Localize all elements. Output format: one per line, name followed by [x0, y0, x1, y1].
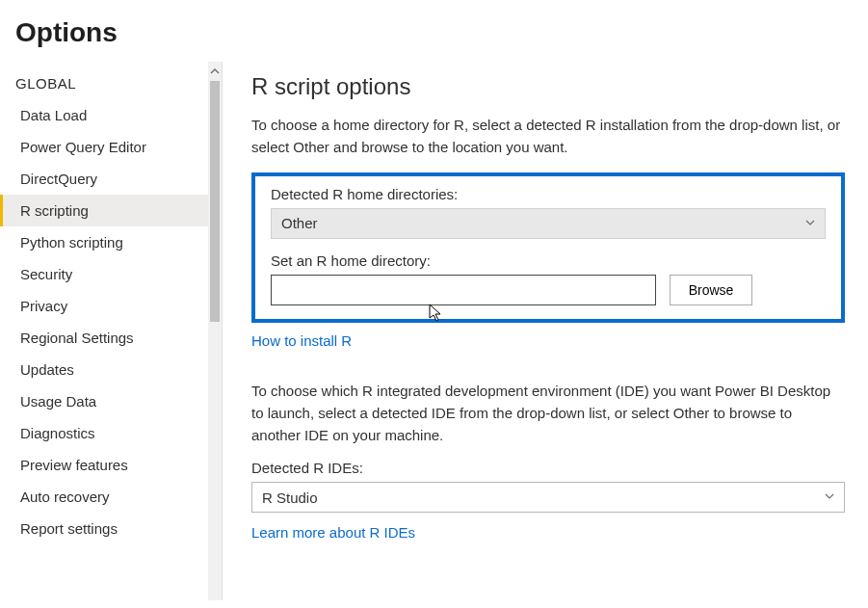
detected-ides-dropdown[interactable]: R Studio — [251, 482, 845, 513]
ide-description: To choose which R integrated development… — [251, 380, 845, 447]
detected-dirs-dropdown[interactable]: Other — [271, 208, 826, 239]
nav-item-python-scripting[interactable]: Python scripting — [0, 226, 208, 258]
nav-item-preview-features[interactable]: Preview features — [0, 449, 208, 481]
detected-dirs-value: Other — [281, 215, 318, 231]
nav-item-auto-recovery[interactable]: Auto recovery — [0, 481, 208, 513]
learn-more-r-ides-link[interactable]: Learn more about R IDEs — [251, 524, 415, 541]
detected-ides-value: R Studio — [262, 489, 318, 506]
sidebar-section-label: GLOBAL — [0, 62, 208, 99]
nav-item-usage-data[interactable]: Usage Data — [0, 385, 208, 417]
nav-item-regional-settings[interactable]: Regional Settings — [0, 322, 208, 354]
nav-item-updates[interactable]: Updates — [0, 354, 208, 385]
chevron-down-icon — [825, 491, 834, 503]
r-home-callout: Detected R home directories: Other Set a… — [251, 172, 845, 323]
detected-ides-label: Detected R IDEs: — [251, 460, 845, 476]
nav-item-r-scripting[interactable]: R scripting — [0, 195, 208, 226]
scroll-up-arrow-icon[interactable] — [208, 62, 222, 81]
chevron-down-icon — [805, 218, 815, 229]
main-panel: R script options To choose a home direct… — [223, 62, 868, 600]
r-home-dir-input[interactable] — [271, 275, 656, 305]
sidebar: GLOBAL Data Load Power Query Editor Dire… — [0, 62, 222, 600]
scrollbar-thumb[interactable] — [210, 81, 220, 322]
nav-item-power-query-editor[interactable]: Power Query Editor — [0, 131, 208, 163]
nav-item-diagnostics[interactable]: Diagnostics — [0, 417, 208, 449]
nav-item-directquery[interactable]: DirectQuery — [0, 163, 208, 195]
nav-item-privacy[interactable]: Privacy — [0, 290, 208, 322]
main-description: To choose a home directory for R, select… — [251, 114, 845, 159]
nav-item-data-load[interactable]: Data Load — [0, 99, 208, 131]
set-dir-label: Set an R home directory: — [271, 252, 826, 269]
page-title: Options — [0, 0, 868, 62]
how-to-install-r-link[interactable]: How to install R — [251, 332, 352, 349]
sidebar-scrollbar[interactable] — [208, 62, 222, 600]
detected-dirs-label: Detected R home directories: — [271, 186, 826, 202]
nav-item-security[interactable]: Security — [0, 258, 208, 290]
main-title: R script options — [251, 73, 845, 100]
browse-button[interactable]: Browse — [670, 275, 752, 305]
nav-item-report-settings[interactable]: Report settings — [0, 513, 208, 544]
